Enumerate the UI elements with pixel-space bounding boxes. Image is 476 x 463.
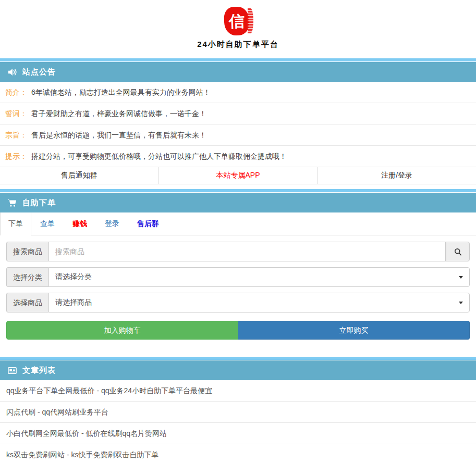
quick-links-row: 售后通知群 本站专属APP 注册/登录 (0, 167, 476, 184)
notice-label: 宗旨： (5, 131, 27, 139)
action-buttons: 加入购物车 立即购买 (6, 321, 470, 340)
logo-character: 信 (228, 13, 245, 29)
article-link[interactable]: 闪点代刷 - qq代网站刷业务平台 (0, 402, 476, 423)
site-title: 24小时自助下单平台 (0, 40, 476, 49)
notice-text: 搭建分站，可享受购物更低价格哦，分站也可以推广他人下单赚取佣金提成哦！ (31, 152, 287, 160)
articles-panel: 文章列表 qq业务平台下单全网最低价 - qq业务24小时自助下单平台最便宜 闪… (0, 357, 476, 463)
category-row: 选择分类 请选择分类 (6, 267, 470, 287)
order-panel: 自助下单 下单 查单 赚钱 登录 售后群 搜索商品 选择分类 请选择分类 (0, 189, 476, 340)
notice-text: 6年诚信老站，励志打造出全网最具有实力的业务网站！ (31, 88, 211, 96)
aftersale-group-link[interactable]: 售后通知群 (0, 167, 159, 184)
panel-top-strip (0, 58, 476, 61)
product-label: 选择商品 (6, 293, 48, 312)
order-header-bar: 自助下单 (0, 193, 476, 212)
search-button[interactable] (446, 242, 470, 261)
article-link[interactable]: 小白代刷网全网最低价 - 低价在线刷qq名片赞网站 (0, 423, 476, 444)
category-select[interactable]: 请选择分类 (48, 267, 470, 287)
notice-label: 提示： (5, 152, 27, 160)
category-label: 选择分类 (6, 267, 48, 287)
announcement-title: 站点公告 (22, 67, 56, 77)
product-select[interactable]: 请选择商品 (48, 293, 470, 312)
search-row: 搜索商品 (6, 242, 470, 261)
announcement-panel: 站点公告 简介：6年诚信老站，励志打造出全网最具有实力的业务网站！ 誓词：君子爱… (0, 58, 476, 184)
product-selected-value: 请选择商品 (55, 298, 92, 307)
tab-aftersale-group[interactable]: 售后群 (128, 212, 168, 235)
order-form: 搜索商品 选择分类 请选择分类 选择商品 请选择商品 (0, 235, 476, 312)
order-tabs: 下单 查单 赚钱 登录 售后群 (0, 212, 476, 235)
page: 信 24小时自助下单平台 站点公告 简介：6年诚信老站，励志打造出全网最具有实力… (0, 0, 476, 463)
search-label: 搜索商品 (6, 242, 48, 261)
article-link[interactable]: ks双击免费刷网站 - ks快手免费刷双击自助下单 (0, 444, 476, 463)
articles-title: 文章列表 (22, 366, 56, 376)
logo-seal-texture (248, 8, 253, 33)
speaker-icon (7, 67, 17, 77)
notice-item: 简介：6年诚信老站，励志打造出全网最具有实力的业务网站！ (0, 82, 476, 103)
notice-item: 宗旨：售后是永恒的话题，我们一直坚信，有售后就有未来！ (0, 124, 476, 146)
logo-seal-icon: 信 (224, 6, 250, 36)
caret-down-icon (459, 276, 463, 279)
tab-place-order[interactable]: 下单 (0, 212, 31, 235)
product-row: 选择商品 请选择商品 (6, 293, 470, 312)
notice-label: 誓词： (5, 109, 27, 118)
add-to-cart-button[interactable]: 加入购物车 (6, 321, 238, 340)
search-input[interactable] (48, 242, 446, 261)
notice-item: 提示：搭建分站，可享受购物更低价格哦，分站也可以推广他人下单赚取佣金提成哦！ (0, 146, 476, 167)
panel-top-strip (0, 357, 476, 360)
register-login-link[interactable]: 注册/登录 (318, 167, 476, 184)
order-title: 自助下单 (22, 198, 56, 208)
notice-list: 简介：6年诚信老站，励志打造出全网最具有实力的业务网站！ 誓词：君子爱财助之有道… (0, 82, 476, 167)
article-list: qq业务平台下单全网最低价 - qq业务24小时自助下单平台最便宜 闪点代刷 -… (0, 380, 476, 463)
panel-top-strip (0, 189, 476, 192)
site-app-link[interactable]: 本站专属APP (159, 167, 318, 184)
article-link[interactable]: qq业务平台下单全网最低价 - qq业务24小时自助下单平台最便宜 (0, 380, 476, 402)
category-selected-value: 请选择分类 (55, 272, 92, 282)
tab-login[interactable]: 登录 (96, 212, 128, 235)
site-header: 信 24小时自助下单平台 (0, 0, 476, 58)
notice-label: 简介： (5, 88, 27, 96)
tab-check-order[interactable]: 查单 (31, 212, 64, 235)
site-logo: 信 (223, 7, 253, 36)
notice-text: 君子爱财助之有道，梓豪业务网诚信做事，一诺千金！ (31, 109, 206, 118)
notice-item: 誓词：君子爱财助之有道，梓豪业务网诚信做事，一诺千金！ (0, 103, 476, 124)
cart-icon (7, 197, 17, 208)
caret-down-icon (459, 302, 463, 304)
newspaper-icon (7, 365, 17, 376)
tab-earn-money[interactable]: 赚钱 (64, 212, 96, 235)
articles-header-bar: 文章列表 (0, 360, 476, 380)
buy-now-button[interactable]: 立即购买 (238, 321, 470, 340)
notice-text: 售后是永恒的话题，我们一直坚信，有售后就有未来！ (31, 131, 206, 139)
announcement-header-bar: 站点公告 (0, 62, 476, 82)
